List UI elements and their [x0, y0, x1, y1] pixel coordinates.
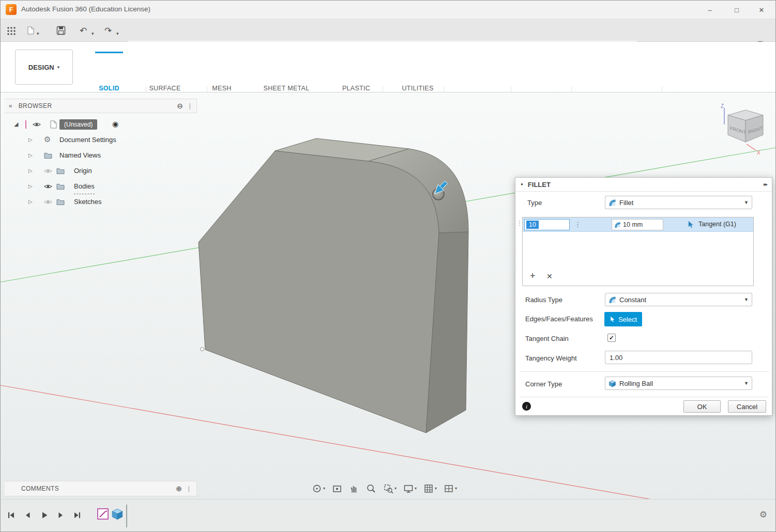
timeline-playhead[interactable] — [126, 505, 127, 527]
app-grid-icon[interactable] — [7, 26, 16, 36]
continuity-value[interactable]: Tangent (G1) — [698, 221, 736, 228]
undo-icon[interactable]: ↶ — [80, 26, 87, 35]
fillet-dialog-header[interactable]: ● FILLET ▸▸ — [515, 178, 772, 192]
visibility-eye-icon[interactable] — [33, 120, 41, 129]
tree-root-row[interactable]: ◢ (Unsaved) ◉ — [5, 117, 197, 132]
pan-tool[interactable] — [349, 483, 359, 494]
origin-marker — [201, 348, 204, 351]
display-settings-tool[interactable]: ▾ — [403, 483, 417, 494]
navigation-bar: ▾ ▾ ▾ — [312, 481, 457, 496]
tangency-weight-input[interactable]: 1.00 — [605, 351, 752, 364]
model-body[interactable] — [199, 138, 468, 433]
tree-item-label[interactable]: Document Settings — [59, 133, 116, 147]
zoom-tool[interactable] — [366, 483, 376, 494]
save-icon[interactable] — [56, 26, 66, 35]
file-menu-icon[interactable] — [26, 26, 35, 35]
fillet-mini-icon — [614, 222, 621, 228]
add-comment-icon[interactable]: ⊕ — [176, 485, 182, 492]
look-at-tool[interactable] — [332, 483, 342, 494]
tree-item-document-settings[interactable]: ▷ ⚙ Document Settings — [5, 133, 197, 147]
radius-input[interactable]: 10 — [524, 219, 570, 230]
tree-item-label[interactable]: Sketches — [74, 195, 101, 209]
panel-display-toggle-icon[interactable]: ⊖ — [177, 102, 183, 109]
skip-to-start-button[interactable] — [7, 511, 16, 520]
comments-bar[interactable]: COMMENTS ⊕ ❘ — [5, 481, 197, 496]
tree-item-label[interactable]: Origin — [74, 164, 92, 178]
divider — [520, 371, 769, 372]
select-edges-button[interactable]: Select — [604, 312, 642, 326]
viewcube-x-axis-label: X — [757, 150, 760, 155]
tree-item-origin[interactable]: ▷ Origin — [5, 164, 197, 178]
browser-header[interactable]: « BROWSER ⊖ ❘ — [5, 99, 197, 113]
edge-set-table: 10 ⋮ 10 mm Tangent (G1) + ✕ — [522, 217, 754, 286]
folder-icon — [56, 182, 65, 191]
timeline-extrude-feature[interactable] — [111, 508, 124, 520]
fusion360-window: F Autodesk Fusion 360 (Education License… — [0, 0, 776, 532]
undo-chevron-icon[interactable]: ▾ — [92, 32, 94, 36]
expand-chevron-icon[interactable]: ▷ — [28, 168, 33, 174]
tree-item-bodies[interactable]: ▷ Bodies — [5, 179, 197, 194]
chevron-down-icon: ▾ — [394, 487, 397, 491]
tangent-chain-label: Tangent Chain — [525, 335, 569, 342]
quick-access-toolbar: ▾ ↶ ▾ ↷ ▾ Untitled* ✕ + — [1, 19, 775, 42]
redo-chevron-icon[interactable]: ▾ — [116, 32, 119, 36]
radius-type-dropdown[interactable]: Constant ▼ — [605, 293, 752, 306]
visibility-eye-icon[interactable] — [44, 182, 52, 191]
tree-item-label[interactable]: Bodies — [74, 179, 95, 194]
grid-snaps-tool[interactable]: ▾ — [423, 483, 437, 494]
title-bar: F Autodesk Fusion 360 (Education License… — [1, 1, 775, 19]
row-options-dots-icon[interactable]: ⋮ — [574, 221, 581, 228]
ok-button[interactable]: OK — [683, 400, 721, 413]
timeline-settings-gear-icon[interactable]: ⚙ — [759, 510, 767, 519]
edge-set-row[interactable]: 10 ⋮ 10 mm Tangent (G1) — [523, 217, 753, 232]
design-workspace-selector[interactable]: DESIGN ▾ — [15, 50, 73, 85]
cancel-button[interactable]: Cancel — [728, 400, 766, 413]
type-dropdown[interactable]: Fillet ▼ — [605, 196, 752, 209]
minimize-button[interactable]: – — [698, 1, 722, 19]
activate-radio-icon[interactable]: ◉ — [112, 120, 118, 128]
step-back-button[interactable] — [23, 511, 32, 520]
distance-field[interactable]: 10 mm — [612, 219, 663, 230]
tree-item-named-views[interactable]: ▷ Named Views — [5, 148, 197, 163]
expand-chevron-icon[interactable]: ▷ — [28, 199, 33, 205]
file-menu-chevron-icon[interactable]: ▾ — [37, 32, 39, 36]
component-corner-icon[interactable]: ◢ — [14, 121, 18, 127]
expand-chevron-icon[interactable]: ▷ — [28, 137, 33, 143]
redo-icon[interactable]: ↷ — [104, 26, 112, 35]
add-edge-set-icon[interactable]: + — [530, 271, 536, 280]
close-button[interactable]: ✕ — [750, 1, 773, 19]
root-document-chip[interactable]: (Unsaved) — [59, 119, 97, 130]
panel-grip-icon[interactable]: ❘ — [187, 103, 192, 109]
expand-dialog-icon[interactable]: ▸▸ — [764, 182, 767, 187]
gear-icon: ⚙ — [44, 135, 51, 143]
chevron-down-icon: ▾ — [415, 487, 417, 491]
panel-grip-icon[interactable]: ❘ — [186, 486, 191, 492]
info-icon[interactable]: i — [522, 402, 531, 411]
corner-type-dropdown[interactable]: Rolling Ball ▼ — [605, 377, 752, 390]
timeline-sketch-feature[interactable] — [97, 508, 109, 520]
view-cube[interactable]: FRONT RIGHT Z X — [717, 102, 774, 159]
edges-label: Edges/Faces/Features — [525, 315, 593, 323]
corner-type-label: Corner Type — [525, 380, 562, 388]
continuity-icon — [687, 221, 695, 228]
divider — [520, 397, 769, 397]
orbit-tool[interactable]: ▾ — [312, 483, 325, 494]
remove-edge-set-icon[interactable]: ✕ — [546, 273, 553, 280]
step-forward-button[interactable] — [56, 511, 65, 520]
skip-to-end-button[interactable] — [73, 511, 82, 520]
play-button[interactable] — [40, 511, 49, 520]
visibility-eye-off-icon[interactable] — [44, 198, 52, 206]
viewports-tool[interactable]: ▾ — [444, 483, 457, 494]
tree-item-label[interactable]: Named Views — [59, 148, 101, 163]
type-label: Type — [527, 199, 542, 207]
expand-chevron-icon[interactable]: ▷ — [28, 153, 33, 158]
tangent-chain-checkbox[interactable]: ✓ — [607, 334, 616, 342]
tree-item-sketches[interactable]: ▷ Sketches — [5, 195, 197, 209]
collapse-panel-icon[interactable]: « — [9, 103, 12, 109]
maximize-button[interactable]: □ — [725, 1, 749, 19]
expand-chevron-icon[interactable]: ▷ — [28, 184, 33, 189]
document-icon — [49, 120, 57, 129]
visibility-eye-off-icon[interactable] — [44, 167, 52, 175]
zoom-window-tool[interactable]: ▾ — [383, 483, 397, 494]
browser-title: BROWSER — [19, 102, 52, 109]
